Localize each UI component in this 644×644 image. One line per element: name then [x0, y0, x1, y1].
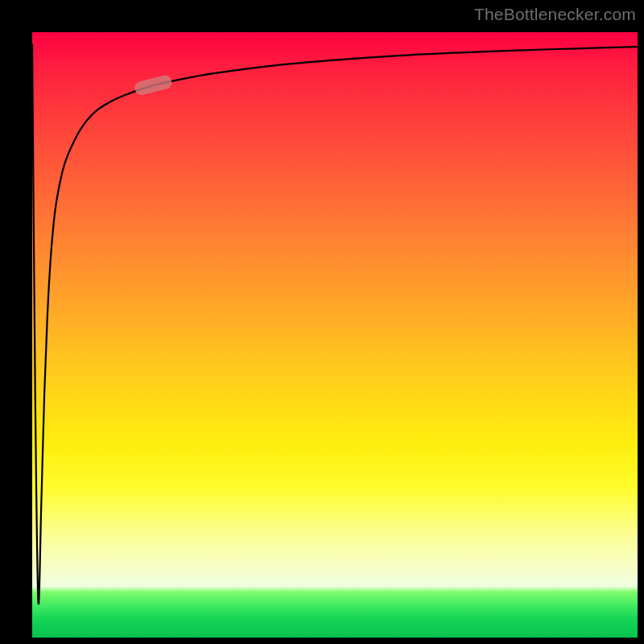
- highlight-marker: [134, 74, 173, 97]
- chart-svg: [32, 32, 638, 638]
- chart-root: TheBottlenecker.com: [0, 0, 644, 644]
- watermark-text: TheBottlenecker.com: [474, 5, 636, 24]
- bottleneck-curve: [32, 44, 638, 604]
